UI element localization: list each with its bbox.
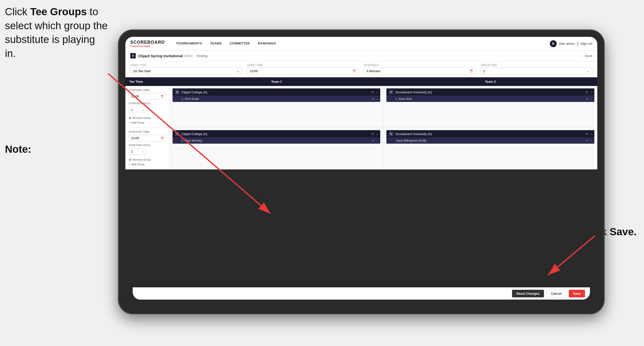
tee-left-panel-1: STARTING TIME: 10:00 ⏰ STARTING HOLE: 1 … bbox=[125, 86, 170, 127]
player-controls-2: ✕ ⌄ bbox=[372, 139, 378, 142]
tee-groups-list: STARTING TIME: 10:00 ⏰ STARTING HOLE: 1 … bbox=[125, 86, 597, 307]
team2-header-1: S Scoreboard University (A) ✕ ⌄ bbox=[386, 88, 594, 96]
tournament-title: Clippd Spring Invitational bbox=[138, 54, 183, 58]
team1-header-1: B Clippd College (A) ✕ ⌄ bbox=[172, 88, 380, 96]
nav-committee[interactable]: COMMITTEE bbox=[226, 37, 254, 50]
team2-remove-icon-2[interactable]: ✕ bbox=[586, 132, 588, 136]
list-item: 1. Rich Butler ✕ ⌄ bbox=[172, 96, 380, 102]
intervals-field: Intervals 5 Minutes ⏰ bbox=[364, 64, 476, 75]
team1-cell-1: B Clippd College (A) ✕ ⌄ 1. Rich Butler bbox=[170, 86, 384, 127]
start-time-select[interactable]: 10:00 ⏰ bbox=[247, 67, 359, 75]
nav-tournaments[interactable]: TOURNAMENTS bbox=[172, 37, 206, 50]
tee-time-header: Tee Time bbox=[125, 77, 170, 86]
table-header: Tee Time Team 1 Team 2 bbox=[125, 77, 597, 86]
player-chevron-icon-2[interactable]: ⌄ bbox=[376, 139, 378, 142]
player2-remove-icon-2[interactable]: ✕ bbox=[586, 139, 588, 142]
nav-user: blair admin bbox=[559, 42, 575, 45]
reset-changes-button[interactable]: Reset Changes bbox=[512, 290, 544, 297]
group-size-field: Group Size 2 ⌄ bbox=[480, 64, 592, 75]
start-type-chevron: ⌄ bbox=[237, 69, 240, 73]
starting-time-label-2: STARTING TIME: bbox=[129, 131, 166, 133]
save-button[interactable]: Save bbox=[569, 290, 585, 297]
team1-chevron-icon-1[interactable]: ⌄ bbox=[376, 91, 378, 94]
table-row: STARTING TIME: 10:05 ⏰ STARTING HOLE: 1 … bbox=[125, 128, 597, 169]
time-input-2[interactable]: 10:05 ⏰ bbox=[129, 135, 166, 141]
player-controls-1: ✕ ⌄ bbox=[372, 97, 378, 101]
team2-controls-2: ✕ ⌄ bbox=[586, 132, 592, 136]
logo-scoreboard: SCOREBOARD bbox=[130, 40, 165, 45]
start-time-field: Start Time 10:00 ⏰ bbox=[247, 64, 359, 75]
navbar: SCOREBOARD Powered by clippd TOURNAMENTS… bbox=[125, 37, 597, 50]
team1-name-1: Clippd College (A) bbox=[182, 90, 370, 94]
nav-right: B blair admin | Sign out bbox=[550, 40, 592, 47]
instruction-top: Click Tee Groups to select which group t… bbox=[5, 5, 108, 61]
clock-icon: ⏰ bbox=[353, 69, 356, 73]
start-time-label: Start Time bbox=[247, 64, 359, 66]
nav-teams[interactable]: TEAMS bbox=[206, 37, 226, 50]
player-chevron-icon-1[interactable]: ⌄ bbox=[376, 98, 378, 100]
intervals-label: Intervals bbox=[364, 64, 476, 66]
tournament-tag: (Men) bbox=[184, 54, 193, 58]
team2-cell-2: S Scoreboard University (A) ✕ ⌄ Dave Bil… bbox=[384, 128, 597, 169]
starting-time-label-1: STARTING TIME: bbox=[129, 89, 166, 92]
team1-header: Team 1 bbox=[170, 77, 384, 86]
team2-avatar-2: S bbox=[389, 132, 393, 136]
hole-input-2[interactable]: 1 ⌄ bbox=[129, 148, 146, 155]
nav-items: TOURNAMENTS TEAMS COMMITTEE RANKINGS bbox=[172, 37, 550, 50]
player2-chevron-icon-1[interactable]: ⌄ bbox=[590, 98, 592, 100]
hole-chevron-1: ⌄ bbox=[142, 108, 144, 111]
team2-chevron-icon-2[interactable]: ⌄ bbox=[590, 132, 592, 136]
team2-entry-1: S Scoreboard University (A) ✕ ⌄ 1. Rees … bbox=[386, 88, 594, 102]
team1-remove-icon-2[interactable]: ✕ bbox=[372, 132, 374, 136]
team2-chevron-icon-1[interactable]: ⌄ bbox=[590, 91, 592, 94]
list-item: 1. Rees Britt ✕ ⌄ bbox=[386, 96, 594, 102]
trash-icon-2: 🗑 bbox=[129, 158, 132, 161]
hole-input-1[interactable]: 1 ⌄ bbox=[129, 106, 146, 113]
player-remove-icon-1[interactable]: ✕ bbox=[372, 97, 374, 101]
team1-remove-icon-1[interactable]: ✕ bbox=[372, 90, 374, 94]
team2-cell-1: S Scoreboard University (A) ✕ ⌄ 1. Rees … bbox=[384, 86, 597, 127]
tablet-screen: SCOREBOARD Powered by clippd TOURNAMENTS… bbox=[125, 37, 597, 307]
signout-link[interactable]: Sign out bbox=[580, 42, 592, 45]
add-group-button-1[interactable]: + Add Group bbox=[129, 121, 166, 124]
plus-icon-2: + bbox=[129, 163, 130, 166]
time-input-1[interactable]: 10:00 ⏰ bbox=[129, 93, 166, 100]
remove-group-button-2[interactable]: 🗑 Remove Group bbox=[129, 158, 166, 162]
subheader: B Clippd Spring Invitational (Men) Hosti… bbox=[125, 50, 597, 61]
team2-name-1: Scoreboard University (A) bbox=[395, 90, 584, 94]
logo-powered: Powered by clippd bbox=[130, 45, 165, 47]
player2-controls-1: ✕ ⌄ bbox=[586, 97, 592, 101]
nav-rankings[interactable]: RANKINGS bbox=[254, 37, 280, 50]
remove-group-button-1[interactable]: 🗑 Remove Group bbox=[129, 116, 166, 120]
time-clock-icon-2: ⏰ bbox=[161, 137, 164, 139]
team1-avatar-2: B bbox=[175, 132, 180, 136]
intervals-select[interactable]: 5 Minutes ⏰ bbox=[364, 67, 476, 75]
team2-controls-1: ✕ ⌄ bbox=[586, 90, 592, 94]
team1-entry-1: B Clippd College (A) ✕ ⌄ 1. Rich Butler bbox=[172, 88, 380, 102]
player2-controls-2: ✕ ⌄ bbox=[586, 139, 592, 142]
team1-name-2: Clippd College (A) bbox=[182, 132, 370, 136]
player2-chevron-icon-2[interactable]: ⌄ bbox=[590, 139, 592, 142]
instruction-bottom: Note: bbox=[5, 142, 31, 156]
start-type-label: Start Type bbox=[130, 64, 242, 66]
trash-icon-1: 🗑 bbox=[129, 116, 132, 119]
add-group-button-2[interactable]: + Add Group bbox=[129, 162, 166, 166]
start-type-select[interactable]: 1st Tee Start ⌄ bbox=[130, 67, 242, 75]
cancel-button[interactable]: Cancel bbox=[546, 290, 566, 298]
team1-chevron-icon-2[interactable]: ⌄ bbox=[376, 132, 378, 136]
starting-hole-label-1: STARTING HOLE: bbox=[129, 102, 166, 105]
team2-header-2: S Scoreboard University (A) ✕ ⌄ bbox=[386, 130, 594, 137]
player-remove-icon-2[interactable]: ✕ bbox=[372, 139, 374, 142]
list-item: Dave Billingham (SUB) ✕ ⌄ bbox=[386, 137, 594, 144]
table-row: STARTING TIME: 10:00 ⏰ STARTING HOLE: 1 … bbox=[125, 86, 597, 128]
team1-controls-1: ✕ ⌄ bbox=[372, 90, 378, 94]
group-size-select[interactable]: 2 ⌄ bbox=[480, 67, 592, 75]
start-type-field: Start Type 1st Tee Start ⌄ bbox=[130, 64, 242, 75]
team2-name-2: Scoreboard University (A) bbox=[395, 132, 584, 136]
group-size-label: Group Size bbox=[480, 64, 592, 66]
back-link[interactable]: ‹ Back bbox=[583, 54, 592, 58]
tee-left-panel-2: STARTING TIME: 10:05 ⏰ STARTING HOLE: 1 … bbox=[125, 128, 170, 169]
player2-remove-icon-1[interactable]: ✕ bbox=[586, 97, 588, 101]
team2-remove-icon-1[interactable]: ✕ bbox=[586, 90, 588, 94]
team2-avatar-1: S bbox=[389, 90, 393, 94]
